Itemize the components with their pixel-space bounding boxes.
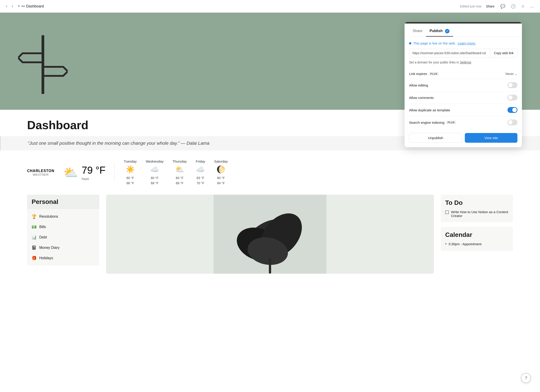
resolutions-icon: 🏆 (32, 214, 37, 219)
domain-text: Set a domain for your public links in (409, 60, 459, 64)
forecast-thursday-temps: 80 °F68 °F (172, 176, 187, 186)
forecast-saturday: Saturday 🌔 80 °F64 °F (214, 159, 228, 186)
forecast-friday-icon: ☁️ (196, 165, 205, 174)
allow-comments-toggle[interactable] (507, 95, 517, 101)
tab-publish-label: Publish (430, 29, 443, 33)
bottom-sections: Personal 🏆 Resolutions 💵 Bills 📊 Debt 📓 (0, 195, 540, 274)
bills-icon: 💵 (32, 224, 37, 229)
forecast-wednesday-label: Wednesday (146, 159, 163, 163)
forecast-wednesday-icon: ☁️ (146, 165, 163, 174)
back-button[interactable]: ‹ (5, 3, 9, 10)
tab-share[interactable]: Share (409, 27, 426, 37)
forecast-thursday-label: Thursday (172, 159, 187, 163)
live-dot (409, 42, 411, 45)
live-text: This page is live on the web. (413, 41, 456, 45)
forecast-friday: Friday ☁️ 83 °F70 °F (196, 159, 205, 186)
holidays-icon: 🎁 (32, 256, 37, 261)
edited-status: Edited just now (460, 5, 481, 8)
calendar-section: Calendar • 3:30pm - Appointment (441, 227, 513, 251)
personal-items: 🏆 Resolutions 💵 Bills 📊 Debt 📓 Money Dia… (27, 209, 99, 266)
todo-section: To Do Write How to Use Notion as a Conte… (441, 195, 513, 222)
forecast-wednesday: Wednesday ☁️ 80 °F68 °F (146, 159, 163, 186)
allow-editing-toggle[interactable] (507, 82, 517, 88)
todo-item-0: Write How to Use Notion as a Content Cre… (445, 210, 508, 218)
forecast-thursday: Thursday ⛅ 80 °F68 °F (172, 159, 187, 186)
personal-item-holidays[interactable]: 🎁 Holidays (27, 253, 99, 263)
weather-current: ⛅ 79 °F haze (63, 165, 106, 181)
toggle-row-link-expires: Link expires PLUS Never ⌄ (409, 69, 517, 79)
topbar: ‹ › + ⚯ Dashboard Edited just now Share … (0, 0, 540, 13)
svg-rect-6 (269, 258, 271, 274)
toggle-row-search-indexing: Search engine indexing PLUS (409, 116, 517, 129)
money-diary-label: Money Diary (39, 246, 60, 250)
weather-temp: 79 °F (82, 165, 106, 176)
popup-tab-bar: Share Publish ✓ (405, 24, 522, 37)
main-content: Dashboard “Just one small positive thoug… (0, 13, 540, 392)
add-page-button[interactable]: + (16, 3, 21, 10)
signpost-icon (18, 35, 68, 95)
settings-link[interactable]: Settings (460, 60, 471, 64)
personal-section: Personal 🏆 Resolutions 💵 Bills 📊 Debt 📓 (27, 195, 99, 274)
todo-text-0: Write How to Use Notion as a Content Cre… (451, 210, 508, 218)
url-bar: https://summer-pisces-539.notion.site/Da… (409, 49, 517, 57)
forward-button[interactable]: › (10, 3, 15, 10)
forecast-tuesday-temps: 80 °F66 °F (124, 176, 137, 186)
weather-city: CHARLESTON (27, 169, 55, 173)
unpublish-button[interactable]: Unpublish (409, 133, 462, 143)
weather-section: CHARLESTON WEATHER ⛅ 79 °F haze Tuesday … (0, 153, 540, 192)
topbar-right: Edited just now Share 💬 🕐 ☆ … (460, 3, 535, 10)
publish-check-icon: ✓ (446, 30, 448, 33)
right-section: To Do Write How to Use Notion as a Conte… (441, 195, 513, 274)
money-diary-icon: 📓 (32, 245, 37, 250)
forecast-tuesday: Tuesday ☀️ 80 °F66 °F (124, 159, 137, 186)
personal-item-resolutions[interactable]: 🏆 Resolutions (27, 211, 99, 222)
todo-title: To Do (445, 199, 508, 206)
publish-popup: Share Publish ✓ This page is live on the… (405, 22, 522, 147)
nav-buttons: ‹ › + (5, 3, 21, 10)
link-expires-label: Link expires PLUS (409, 72, 439, 76)
debt-icon: 📊 (32, 235, 37, 240)
holidays-label: Holidays (39, 256, 53, 260)
view-site-button[interactable]: View site (465, 133, 517, 143)
toggle-row-allow-duplicate: Allow duplicate as template (409, 104, 517, 116)
chevron-down-icon: ⌄ (515, 72, 517, 76)
personal-item-bills[interactable]: 💵 Bills (27, 222, 99, 232)
url-text: https://summer-pisces-539.notion.site/Da… (409, 49, 490, 57)
live-line: This page is live on the web. Learn more… (409, 41, 517, 45)
comments-button[interactable]: 💬 (499, 3, 507, 10)
search-indexing-toggle[interactable] (507, 120, 517, 125)
todo-checkbox-0[interactable] (445, 211, 449, 214)
weather-condition: haze (82, 177, 106, 181)
forecast-friday-label: Friday (196, 159, 205, 163)
personal-header: Personal (27, 195, 99, 209)
bullet-icon: • (445, 242, 446, 246)
learn-more-link[interactable]: Learn more. (458, 41, 476, 45)
personal-item-debt[interactable]: 📊 Debt (27, 232, 99, 242)
tab-publish[interactable]: Publish ✓ (426, 27, 453, 37)
weather-location: CHARLESTON WEATHER (27, 169, 55, 176)
calendar-event-0: 3:30pm - Appointment (448, 242, 481, 246)
publish-badge: ✓ (445, 29, 450, 33)
link-expires-value[interactable]: Never ⌄ (505, 72, 517, 76)
more-options-button[interactable]: … (529, 3, 535, 10)
search-indexing-label: Search engine indexing PLUS (409, 121, 456, 124)
toggle-row-allow-editing: Allow editing (409, 79, 517, 91)
history-button[interactable]: 🕐 (509, 3, 517, 10)
forecast-thursday-icon: ⛅ (172, 165, 187, 174)
copy-web-link-button[interactable]: Copy web link (490, 49, 517, 57)
forecast-wednesday-temps: 80 °F68 °F (146, 176, 163, 186)
favorite-button[interactable]: ☆ (520, 3, 526, 10)
personal-item-money-diary[interactable]: 📓 Money Diary (27, 242, 99, 253)
forecast-tuesday-icon: ☀️ (124, 165, 137, 174)
share-button[interactable]: Share (484, 4, 496, 9)
allow-editing-label: Allow editing (409, 83, 428, 87)
search-indexing-plus-badge: PLUS (446, 121, 456, 124)
svg-rect-0 (41, 35, 44, 94)
forecast-saturday-label: Saturday (214, 159, 228, 163)
popup-body: This page is live on the web. Learn more… (405, 37, 522, 147)
breadcrumb-icon: ⚯ (21, 4, 25, 9)
help-button[interactable]: ? (521, 373, 531, 383)
weather-sub-label: WEATHER (27, 173, 55, 176)
debt-label: Debt (39, 235, 47, 239)
allow-duplicate-toggle[interactable] (507, 107, 517, 113)
